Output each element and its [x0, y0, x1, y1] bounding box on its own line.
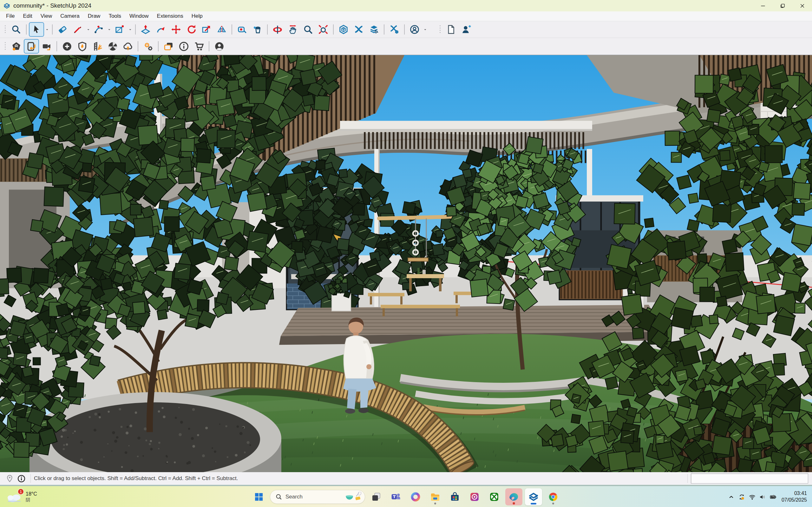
enscape-home-button[interactable] — [9, 39, 24, 54]
feedback-button[interactable] — [161, 39, 176, 54]
toolbar-drag-handle[interactable] — [4, 42, 6, 51]
start-render-button[interactable] — [24, 39, 39, 54]
taskbar-app-chrome[interactable] — [545, 488, 562, 505]
tape-measure-button[interactable] — [235, 22, 250, 37]
paint-bucket-button[interactable] — [250, 22, 265, 37]
caret-icon — [45, 27, 49, 32]
line-options-button[interactable] — [85, 22, 91, 37]
asset-library-icon — [107, 41, 118, 52]
zoom-extents-button[interactable] — [316, 22, 331, 37]
eraser-button[interactable] — [55, 22, 70, 37]
render-video-icon — [42, 41, 52, 52]
asset-library-button[interactable] — [105, 39, 120, 54]
paint-bucket-icon — [252, 24, 262, 35]
weather-condition: 阴 — [26, 497, 37, 503]
zoom-button[interactable] — [300, 22, 316, 37]
toolbar-separator — [135, 24, 136, 35]
tray-volume-button[interactable] — [757, 490, 768, 504]
pan-button[interactable] — [285, 22, 300, 37]
new-file-button[interactable] — [444, 22, 459, 37]
caret-icon — [86, 27, 91, 32]
account-button[interactable] — [407, 22, 422, 37]
minimize-button[interactable] — [753, 0, 773, 11]
menu-window[interactable]: Window — [125, 11, 153, 21]
tray-chevron-up-button[interactable] — [726, 490, 737, 504]
push-pull-button[interactable] — [138, 22, 153, 37]
toolbar-primary — [0, 21, 812, 38]
about-button[interactable] — [176, 39, 191, 54]
toolbar-drag-handle[interactable] — [439, 25, 441, 34]
taskbar-app-teams[interactable] — [387, 488, 404, 505]
tray-battery-button[interactable] — [768, 490, 778, 504]
arc-options-button[interactable] — [106, 22, 112, 37]
tray-wifi-button[interactable] — [747, 490, 757, 504]
select-button[interactable] — [29, 22, 44, 37]
taskbar-app-file-explorer[interactable] — [426, 488, 444, 505]
toolbar-separator — [158, 41, 159, 51]
close-button[interactable] — [792, 0, 812, 11]
taskbar-app-microsoft-store[interactable] — [446, 488, 463, 505]
move-button[interactable] — [168, 22, 184, 37]
arc-button[interactable] — [91, 22, 106, 37]
taskbar-app-media-app[interactable] — [466, 488, 483, 505]
taskbar-app-xbox[interactable] — [486, 488, 503, 505]
start-button[interactable] — [250, 488, 267, 505]
taskbar-app-task-view[interactable] — [368, 488, 385, 505]
menu-file[interactable]: File — [2, 11, 19, 21]
send-to-layout-button[interactable] — [366, 22, 382, 37]
measurements-box[interactable] — [691, 473, 808, 484]
store-button[interactable] — [191, 39, 206, 54]
material-editor-button[interactable] — [74, 39, 90, 54]
rectangle-button[interactable] — [112, 22, 127, 37]
info-button[interactable] — [17, 474, 26, 483]
enscape-home-icon — [11, 41, 21, 52]
taskbar-app-sketchup[interactable] — [525, 488, 542, 505]
tray-sync-button[interactable] — [737, 490, 747, 504]
tape-measure-icon — [237, 24, 247, 35]
menu-edit[interactable]: Edit — [19, 11, 36, 21]
render-video-button[interactable] — [39, 39, 54, 54]
upload-cloud-button[interactable] — [120, 39, 136, 54]
toolbar-separator — [404, 24, 405, 35]
rectangle-options-button[interactable] — [127, 22, 133, 37]
taskbar-app-copilot[interactable] — [407, 488, 424, 505]
profile-icon — [214, 41, 224, 52]
weather-widget[interactable]: 1 18°C 阴 — [3, 486, 40, 507]
extension-warehouse-button[interactable] — [351, 22, 366, 37]
follow-me-button[interactable] — [153, 22, 168, 37]
3d-warehouse-icon — [339, 24, 349, 35]
menu-help[interactable]: Help — [188, 11, 207, 21]
rotate-button[interactable] — [184, 22, 199, 37]
orbit-button[interactable] — [270, 22, 285, 37]
flip-button[interactable] — [214, 22, 229, 37]
menu-draw[interactable]: Draw — [84, 11, 105, 21]
menu-extensions[interactable]: Extensions — [153, 11, 188, 21]
teams-icon — [391, 492, 401, 502]
viewport-3d-scene[interactable] — [0, 55, 812, 472]
menu-view[interactable]: View — [37, 11, 56, 21]
profile-button[interactable] — [212, 39, 227, 54]
add-collaborator-button[interactable] — [459, 22, 474, 37]
win-max-icon — [779, 3, 786, 9]
clock[interactable]: 03:41 07/05/2025 — [778, 490, 810, 504]
settings-button[interactable] — [141, 39, 156, 54]
3d-warehouse-button[interactable] — [336, 22, 351, 37]
maximize-button[interactable] — [773, 0, 792, 11]
scale-button[interactable] — [199, 22, 214, 37]
chevron-up-icon — [728, 493, 735, 501]
account-options-button[interactable] — [422, 22, 428, 37]
search-input[interactable]: Search — [270, 490, 365, 504]
menu-tools[interactable]: Tools — [104, 11, 125, 21]
render-image-button[interactable] — [90, 39, 105, 54]
geolocation-button[interactable] — [5, 474, 14, 483]
menu-camera[interactable]: Camera — [56, 11, 84, 21]
line-button[interactable] — [70, 22, 85, 37]
add-asset-button[interactable] — [59, 39, 74, 54]
status-hint: Click or drag to select objects. Shift =… — [34, 475, 238, 482]
search-button[interactable] — [9, 22, 24, 37]
select-options-button[interactable] — [44, 22, 50, 37]
caret-icon — [128, 27, 133, 32]
toolbar-drag-handle[interactable] — [4, 25, 6, 34]
extension-manager-button[interactable] — [387, 22, 402, 37]
taskbar-app-edge[interactable] — [505, 488, 522, 505]
